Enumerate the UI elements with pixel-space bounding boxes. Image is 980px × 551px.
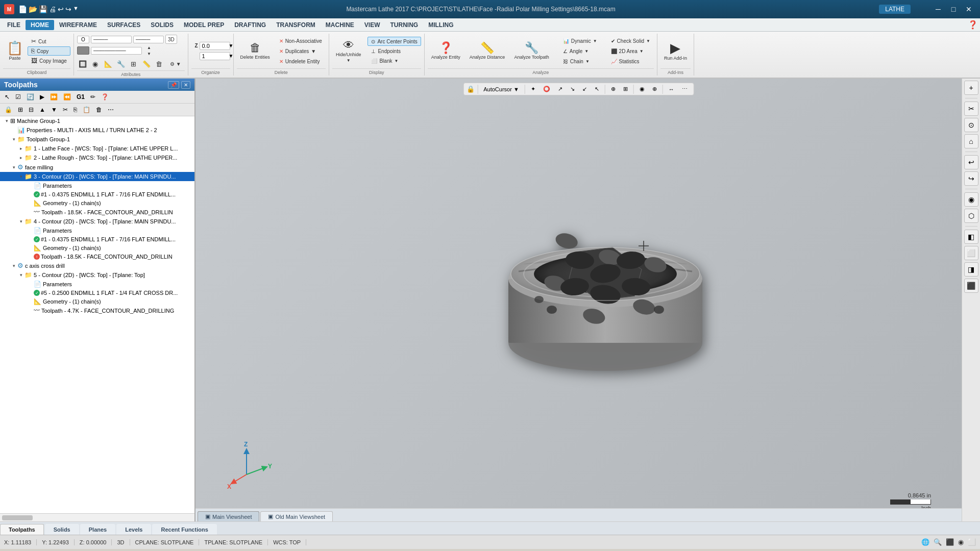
analyze-toolpath-button[interactable]: 🔧 Analyze Toolpath [510, 36, 552, 66]
menu-solids[interactable]: SOLIDS [145, 20, 179, 30]
menu-model-prep[interactable]: MODEL PREP [179, 20, 229, 30]
status-icon-4[interactable]: ◉ [958, 538, 964, 546]
status-icon-5[interactable]: ⬜ [968, 538, 976, 546]
vt-lock-icon[interactable]: 🔒 [467, 85, 475, 93]
cut-tp-btn[interactable]: ✂ [60, 105, 70, 115]
chain-button[interactable]: ⛓ Chain ▼ [559, 57, 601, 66]
z-input[interactable] [202, 43, 228, 49]
vt-arrow1[interactable]: ↗ [555, 84, 566, 94]
tree-node-params-1[interactable]: 📄 Parameters [0, 181, 194, 190]
main-viewsheet-tab[interactable]: ▣ Main Viewsheet [198, 511, 259, 521]
open-icon[interactable]: 📂 [29, 5, 37, 13]
rt-target-btn[interactable]: ⊙ [964, 118, 978, 132]
autocursor-button[interactable]: AutoCursor ▼ [480, 85, 522, 94]
tab-recent-functions[interactable]: Recent Functions [152, 524, 216, 535]
expander-lr[interactable]: ▸ [17, 155, 24, 160]
panel-close-button[interactable]: ✕ [181, 81, 190, 89]
angle-button[interactable]: ∠ Angle ▼ [559, 46, 601, 56]
rt-view1-btn[interactable]: ◧ [964, 230, 978, 244]
vt-param1[interactable]: ◉ [636, 84, 648, 94]
tree-node-tool-5[interactable]: ✓ #5 - 0.2500 ENDMILL 1 FLAT - 1/4 FLAT … [0, 289, 194, 297]
paste-tp-btn[interactable]: 📋 [80, 105, 93, 115]
expander-c3[interactable]: ▾ [17, 174, 24, 179]
hide-arrow[interactable]: ▼ [347, 58, 351, 63]
tab-levels[interactable]: Levels [116, 524, 151, 535]
menu-turning[interactable]: TURNING [385, 20, 423, 30]
tree-node-machine-group[interactable]: ▾ ⊞ Machine Group-1 [0, 116, 194, 126]
tree-node-tp-1[interactable]: 〰 Toolpath - 18.5K - FACE_CONTOUR_AND_DR… [0, 208, 194, 217]
attr-btn3[interactable]: 📐 [103, 58, 114, 69]
menu-machine[interactable]: MACHINE [321, 20, 359, 30]
vt-grid-btn[interactable]: ⊞ [620, 84, 631, 94]
dyn-arrow[interactable]: ▼ [593, 39, 597, 43]
tree-node-tool-2[interactable]: ✓ #1 - 0.4375 ENDMILL 1 FLAT - 7/16 FLAT… [0, 235, 194, 243]
menu-surfaces[interactable]: SURFACES [102, 20, 145, 30]
tree-node-face-milling[interactable]: ▾ ⚙ face milling [0, 162, 194, 172]
more-btn[interactable]: ⋯ [105, 105, 116, 115]
tree-node-tp-2[interactable]: ! Toolpath - 18.5K - FACE_CONTOUR_AND_DR… [0, 253, 194, 261]
copy-image-button[interactable]: 🖼 Copy Image [28, 56, 70, 65]
rt-view2-btn[interactable]: ⬜ [964, 246, 978, 260]
tree-node-geom-1[interactable]: 📐 Geometry - (1) chain(s) [0, 198, 194, 208]
tree-node-contour-5[interactable]: ▾ 📁 5 - Contour (2D) - [WCS: Top] - [Tpl… [0, 270, 194, 280]
layer-dropdown[interactable]: O [77, 36, 89, 43]
coord-arrow[interactable]: ▼ [229, 53, 234, 59]
expander-lf[interactable]: ▸ [17, 146, 24, 151]
backplot-btn[interactable]: ⏪ [61, 92, 74, 102]
help-icon[interactable]: ❓ [968, 20, 978, 30]
vt-param2[interactable]: ⊕ [649, 84, 660, 94]
z-value-input[interactable]: ▼ [200, 42, 230, 50]
cs-arrow[interactable]: ▼ [646, 39, 650, 43]
expand-btn[interactable]: ⊞ [15, 105, 26, 115]
attr-btn7[interactable]: 🗑 [154, 58, 165, 69]
path-btn[interactable]: ✏ [88, 92, 98, 102]
chain-arrow[interactable]: ▼ [585, 59, 590, 64]
tab-toolpaths[interactable]: Toolpaths [0, 524, 44, 535]
expander-c5[interactable]: ▾ [17, 272, 24, 278]
3d-toggle[interactable]: 3D [165, 35, 177, 44]
attr-btn1[interactable]: 🔲 [77, 58, 88, 69]
expander-tp[interactable]: ▾ [10, 137, 17, 142]
panel-pin-button[interactable]: 📌 [168, 81, 179, 89]
old-viewsheet-tab[interactable]: ▣ Old Main Viewsheet [260, 511, 333, 521]
area-arrow[interactable]: ▼ [640, 49, 644, 54]
copy-tp-btn[interactable]: ⎘ [71, 105, 80, 115]
close-button[interactable]: ✕ [962, 4, 976, 15]
tree-node-lathe-rough[interactable]: ▸ 📁 2 - Lathe Rough - [WCS: Top] - [Tpla… [0, 153, 194, 162]
expander-ca[interactable]: ▾ [10, 263, 17, 268]
undo-icon[interactable]: ↩ [58, 5, 64, 13]
expander-0[interactable]: ▾ [3, 118, 10, 123]
vt-arrow2[interactable]: ↘ [567, 84, 578, 94]
menu-transform[interactable]: TRANSFORM [271, 20, 321, 30]
hide-unhide-button[interactable]: 👁 Hide/Unhide ▼ [332, 36, 365, 66]
tree-node-tp-3[interactable]: 〰 Toolpath - 4.7K - FACE_CONTOUR_AND_DRI… [0, 306, 194, 315]
simulate-btn[interactable]: ⏩ [47, 92, 60, 102]
rt-view3-btn[interactable]: ◨ [964, 262, 978, 277]
arc-center-button[interactable]: ⊙ Arc Center Points [368, 37, 421, 46]
dynamic-button[interactable]: 📊 Dynamic ▼ [559, 36, 601, 45]
attr-settings-btn[interactable]: ⚙ ▼ [166, 59, 185, 68]
blank-button[interactable]: ⬜ Blank ▼ [368, 56, 421, 65]
status-icon-2[interactable]: 🔍 [934, 538, 942, 546]
customize-icon[interactable]: ▼ [73, 5, 79, 13]
minimize-button[interactable]: ─ [931, 4, 945, 15]
tree-node-geom-3[interactable]: 📐 Geometry - (1) chain(s) [0, 297, 194, 306]
coord-input[interactable]: ▼ [200, 52, 230, 60]
point-style-dropdown[interactable]: ───────── [91, 47, 142, 55]
attr-btn6[interactable]: 📏 [141, 58, 152, 69]
globe-icon[interactable]: 🌐 [921, 538, 929, 546]
up-btn[interactable]: ▲ [37, 105, 48, 115]
new-icon[interactable]: 📄 [18, 5, 27, 13]
rt-cut-btn[interactable]: ✂ [964, 102, 978, 116]
tree-node-contour-3[interactable]: ▾ 📁 3 - Contour (2D) - [WCS: Top] - [Tpl… [0, 172, 194, 181]
run-addin-button[interactable]: ▶ Run Add-In [660, 36, 691, 66]
rt-home-btn[interactable]: ⌂ [964, 134, 978, 148]
vt-plus-btn[interactable]: ⊕ [608, 84, 619, 94]
vt-circle-btn[interactable]: ⭕ [540, 84, 553, 94]
vt-arrow3[interactable]: ↙ [579, 84, 590, 94]
maximize-button[interactable]: □ [946, 4, 961, 15]
rt-hex-btn[interactable]: ⬡ [964, 209, 978, 223]
menu-file[interactable]: FILE [2, 20, 26, 30]
select-all-btn[interactable]: ☑ [13, 92, 23, 102]
vt-snap-btn[interactable]: ✦ [528, 84, 538, 94]
